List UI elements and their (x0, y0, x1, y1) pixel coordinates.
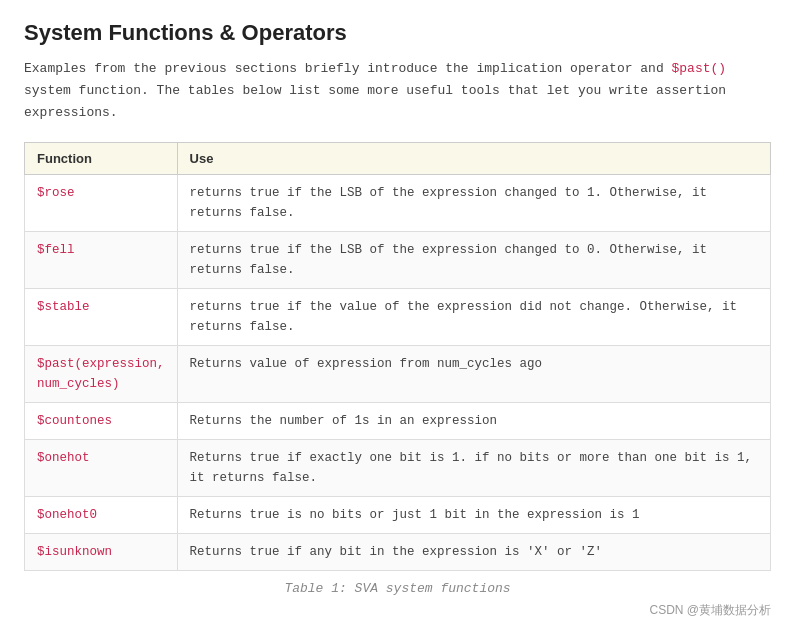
cell-use: returns true if the value of the express… (177, 289, 770, 346)
cell-use: returns true if the LSB of the expressio… (177, 175, 770, 232)
function-name: $countones (37, 414, 112, 428)
code-ref-past: $past() (672, 61, 727, 76)
code-inline-write: write (609, 83, 648, 98)
intro-paragraph: Examples from the previous sections brie… (24, 58, 771, 124)
table-header-row: Function Use (25, 143, 771, 175)
cell-function: $stable (25, 289, 178, 346)
cell-use: Returns value of expression from num_cyc… (177, 346, 770, 403)
cell-function: $fell (25, 232, 178, 289)
function-name: $fell (37, 243, 75, 257)
table-caption: Table 1: SVA system functions (24, 581, 771, 596)
function-name: $stable (37, 300, 90, 314)
cell-use: Returns true if any bit in the expressio… (177, 534, 770, 571)
function-name: $rose (37, 186, 75, 200)
system-functions-table: Function Use $rosereturns true if the LS… (24, 142, 771, 571)
table-row: $stablereturns true if the value of the … (25, 289, 771, 346)
page-title: System Functions & Operators (24, 20, 771, 46)
column-header-use: Use (177, 143, 770, 175)
function-name: $onehot0 (37, 508, 97, 522)
cell-use: returns true if the LSB of the expressio… (177, 232, 770, 289)
function-name: $isunknown (37, 545, 112, 559)
cell-use: Returns true is no bits or just 1 bit in… (177, 497, 770, 534)
function-name: $past(expression,num_cycles) (37, 357, 165, 391)
cell-function: $rose (25, 175, 178, 232)
watermark: CSDN @黄埔数据分析 (24, 602, 771, 619)
cell-function: $past(expression,num_cycles) (25, 346, 178, 403)
table-row: $onehot0Returns true is no bits or just … (25, 497, 771, 534)
table-row: $onehotReturns true if exactly one bit i… (25, 440, 771, 497)
cell-function: $onehot (25, 440, 178, 497)
table-row: $rosereturns true if the LSB of the expr… (25, 175, 771, 232)
table-row: $countonesReturns the number of 1s in an… (25, 403, 771, 440)
table-row: $isunknownReturns true if any bit in the… (25, 534, 771, 571)
cell-function: $isunknown (25, 534, 178, 571)
function-name: $onehot (37, 451, 90, 465)
column-header-function: Function (25, 143, 178, 175)
cell-function: $countones (25, 403, 178, 440)
cell-function: $onehot0 (25, 497, 178, 534)
cell-use: Returns true if exactly one bit is 1. if… (177, 440, 770, 497)
table-row: $fellreturns true if the LSB of the expr… (25, 232, 771, 289)
table-row: $past(expression,num_cycles)Returns valu… (25, 346, 771, 403)
cell-use: Returns the number of 1s in an expressio… (177, 403, 770, 440)
